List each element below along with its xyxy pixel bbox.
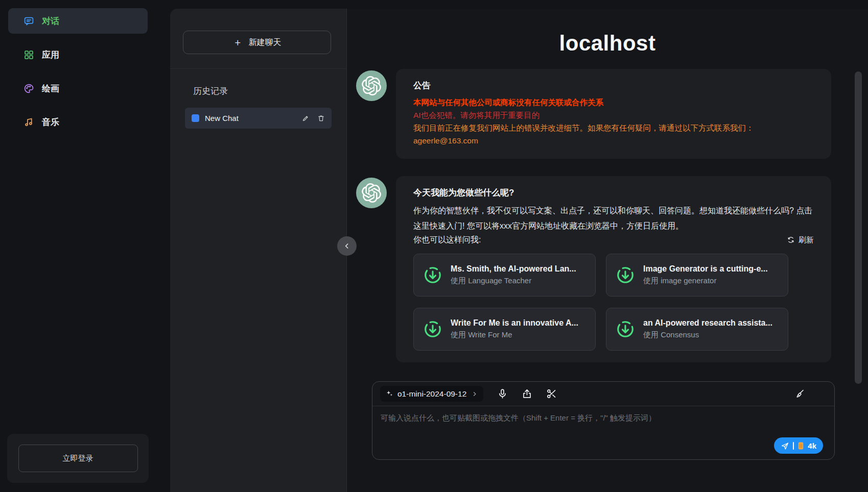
scrollbar-thumb[interactable] [855,71,862,384]
upload-button[interactable] [522,388,532,399]
panel-divider [170,68,346,69]
suggestion-card[interactable]: Ms. Smith, the AI-powered Lan... 使用 Lang… [413,254,596,297]
sidebar-item-chat[interactable]: 对话 [8,8,148,34]
send-button[interactable]: 4k [774,437,823,454]
message-input[interactable] [372,406,834,442]
composer: o1-mini-2024-09-12 [372,381,835,460]
announcement-line: 本网站与任何其他公司或商标没有任何关联或合作关系 [413,96,814,109]
arrow-down-circle-icon [616,265,635,285]
suggestion-subtitle: 使用 Write For Me [451,330,578,340]
sidebar-item-music[interactable]: 音乐 [8,109,148,135]
chat-color-square [192,114,199,122]
openai-logo-icon [362,76,381,95]
welcome-heading: 今天我能为您做些什么呢? [413,187,814,199]
arrow-down-circle-icon [616,319,635,339]
microphone-button[interactable] [497,388,508,399]
sidebar-item-label: 对话 [42,15,59,27]
announcement-line: AI也会犯错。请勿将其用于重要目的 [413,109,814,121]
broom-icon [794,388,805,399]
arrow-down-circle-icon [423,319,442,339]
palette-icon [24,83,34,94]
new-chat-button[interactable]: ＋ 新建聊天 [183,31,331,54]
sidebar-item-label: 应用 [42,49,59,61]
plus-icon: ＋ [233,36,243,49]
login-button[interactable]: 立即登录 [18,445,138,472]
token-count: 4k [808,441,816,450]
collapse-panel-toggle[interactable] [337,236,357,256]
sidebar-item-label: 音乐 [42,116,59,128]
suggestion-subtitle: 使用 Language Teacher [451,276,576,286]
announcement-line: 我们目前正在修复我们网站上的错误并改进细节。如果您有任何疑问，请通过以下方式联系… [413,121,814,134]
sidebar-item-draw[interactable]: 绘画 [8,76,148,101]
upload-icon [522,388,532,399]
chat-item-title: New Chat [205,114,296,122]
composer-input-area: 4k [372,406,834,460]
suggestion-card[interactable]: Write For Me is an innovative A... 使用 Wr… [413,308,596,351]
message-welcome: 今天我能为您做些什么呢? 作为你的智慧伙伴，我不仅可以写文案、出点子，还可以和你… [347,176,868,362]
sidebar-item-label: 绘画 [42,83,59,94]
announcement-bubble: 公告 本网站与任何其他公司或商标没有任何关联或合作关系 AI也会犯错。请勿将其用… [396,69,831,159]
chevron-right-icon [472,391,478,397]
new-chat-label: 新建聊天 [249,37,281,48]
suggestion-title: Image Generator is a cutting-e... [643,264,768,274]
sidebar: 对话 应用 绘画 音乐 立即登录 [0,0,156,492]
openai-logo-icon [362,183,381,203]
chat-bubble-icon [24,16,34,27]
apps-grid-icon [24,50,34,60]
refresh-suggestions-button[interactable]: 刷新 [787,235,814,245]
welcome-bubble: 今天我能为您做些什么呢? 作为你的智慧伙伴，我不仅可以写文案、出点子，还可以和你… [396,176,831,362]
assistant-avatar [356,70,387,101]
ask-hint: 你也可以这样问我: [413,235,481,245]
chevron-left-icon [343,242,351,250]
suggestion-subtitle: 使用 image generator [643,276,768,286]
assistant-avatar [356,178,387,208]
refresh-icon [787,236,795,244]
history-title: 历史记录 [193,85,228,97]
sidebar-item-apps[interactable]: 应用 [8,42,148,67]
suggestion-subtitle: 使用 Consensus [643,330,772,340]
contact-email-link[interactable]: ageerle@163.com [413,134,814,147]
arrow-down-circle-icon [423,265,442,285]
login-card: 立即登录 [7,434,149,483]
suggestion-title: Write For Me is an innovative A... [451,318,578,328]
model-selector[interactable]: o1-mini-2024-09-12 [380,386,483,402]
pill-divider [793,442,794,450]
sparkle-icon [386,390,393,398]
suggestion-title: an AI-powered research assista... [643,318,772,328]
refresh-label: 刷新 [799,235,814,245]
chat-list-panel: ＋ 新建聊天 历史记录 New Chat [170,9,347,492]
welcome-body: 作为你的智慧伙伴，我不仅可以写文案、出点子，还可以和你聊天、回答问题。想知道我还… [413,203,814,233]
scissors-icon [546,388,557,399]
token-coin-icon [797,441,804,450]
chat-list-item[interactable]: New Chat [185,108,332,129]
announcement-heading: 公告 [413,80,814,91]
edit-icon[interactable] [302,114,310,122]
model-label: o1-mini-2024-09-12 [397,389,466,399]
music-note-icon [24,117,34,128]
microphone-icon [497,388,508,399]
send-plane-icon [781,441,789,450]
page-title: localhost [347,31,868,56]
screenshot-button[interactable] [546,388,557,399]
message-announcement: 公告 本网站与任何其他公司或商标没有任何关联或合作关系 AI也会犯错。请勿将其用… [347,69,868,159]
suggestion-card[interactable]: an AI-powered research assista... 使用 Con… [606,308,788,351]
delete-icon[interactable] [317,114,325,122]
suggestion-card[interactable]: Image Generator is a cutting-e... 使用 ima… [606,254,788,297]
clear-chat-button[interactable] [794,388,805,399]
suggestion-title: Ms. Smith, the AI-powered Lan... [451,264,576,274]
composer-toolbar: o1-mini-2024-09-12 [372,382,834,406]
suggestion-grid: Ms. Smith, the AI-powered Lan... 使用 Lang… [413,254,788,351]
